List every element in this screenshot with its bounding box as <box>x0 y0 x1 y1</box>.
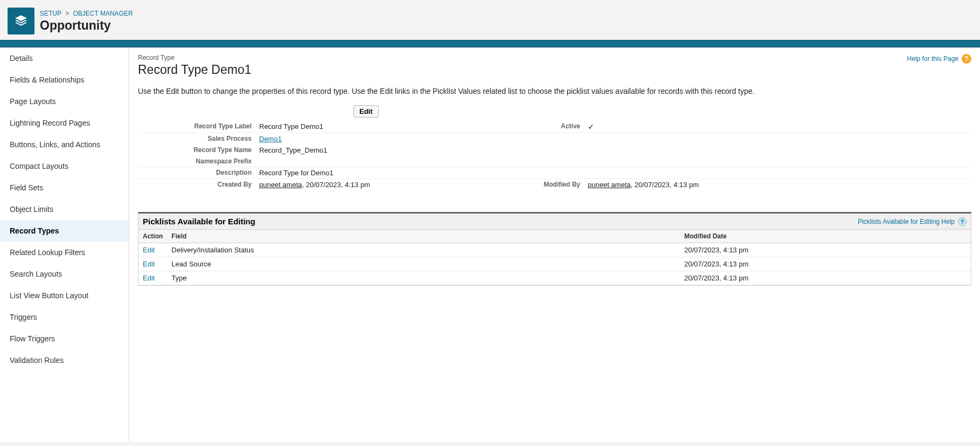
created-by-user-link[interactable]: puneet ameta <box>259 181 302 189</box>
label-active: Active <box>491 121 588 133</box>
created-by-date: , 20/07/2023, 4:13 pm <box>302 181 370 189</box>
value-record-type-label: Record Type Demo1 <box>259 121 491 133</box>
label-namespace-prefix: Namespace Prefix <box>138 156 259 167</box>
breadcrumb-object-manager[interactable]: OBJECT MANAGER <box>73 10 133 17</box>
value-active: ✓ <box>588 121 971 133</box>
value-record-type-name: Record_Type_Demo1 <box>259 145 491 156</box>
field-cell: Delivery/Installation Status <box>167 243 680 257</box>
value-created-by: puneet ameta, 20/07/2023, 4:13 pm <box>259 179 491 191</box>
sidebar-item-search-layouts[interactable]: Search Layouts <box>0 263 129 285</box>
page-header: SETUP > OBJECT MANAGER Opportunity <box>0 0 980 40</box>
value-sales-process: Demo1 <box>259 133 491 145</box>
help-link-label: Help for this Page <box>907 55 958 63</box>
table-row: EditType20/07/2023, 4:13 pm <box>138 271 971 285</box>
breadcrumb: SETUP > OBJECT MANAGER <box>40 10 133 17</box>
edit-link[interactable]: Edit <box>143 246 155 254</box>
edit-button[interactable]: Edit <box>353 105 379 118</box>
value-description: Record Type for Demo1 <box>259 167 491 179</box>
label-modified-by: Modified By <box>491 179 588 191</box>
sales-process-link[interactable]: Demo1 <box>259 135 282 143</box>
sidebar-item-validation-rules[interactable]: Validation Rules <box>0 349 129 371</box>
sidebar-item-page-layouts[interactable]: Page Layouts <box>0 91 129 112</box>
modified-by-date: , 20/07/2023, 4:13 pm <box>631 181 699 189</box>
col-modified-date: Modified Date <box>680 230 971 243</box>
sidebar-item-field-sets[interactable]: Field Sets <box>0 177 129 198</box>
sidebar-item-flow-triggers[interactable]: Flow Triggers <box>0 328 129 349</box>
modified-by-user-link[interactable]: puneet ameta <box>588 181 631 189</box>
check-icon: ✓ <box>588 122 594 131</box>
picklist-help-label: Picklists Available for Editing Help <box>858 218 955 225</box>
detail-table: Record Type Label Record Type Demo1 Acti… <box>138 121 971 190</box>
modified-date-cell: 20/07/2023, 4:13 pm <box>680 271 971 285</box>
header-text: SETUP > OBJECT MANAGER Opportunity <box>40 10 133 33</box>
value-modified-by: puneet ameta, 20/07/2023, 4:13 pm <box>588 179 971 191</box>
sidebar-item-buttons-links-and-actions[interactable]: Buttons, Links, and Actions <box>0 134 129 155</box>
field-cell: Type <box>167 271 680 285</box>
object-icon <box>8 8 34 35</box>
modified-date-cell: 20/07/2023, 4:13 pm <box>680 257 971 271</box>
sidebar-item-object-limits[interactable]: Object Limits <box>0 198 129 220</box>
picklist-table: Action Field Modified Date EditDelivery/… <box>138 230 971 285</box>
page-title: Record Type Demo1 <box>138 63 907 77</box>
help-for-page-link[interactable]: Help for this Page ? <box>907 54 971 64</box>
edit-link[interactable]: Edit <box>143 274 155 282</box>
label-created-by: Created By <box>138 179 259 191</box>
field-cell: Lead Source <box>167 257 680 271</box>
modified-date-cell: 20/07/2023, 4:13 pm <box>680 243 971 257</box>
label-record-type-name: Record Type Name <box>138 145 259 156</box>
layers-icon <box>14 14 28 28</box>
decorative-band <box>0 40 980 47</box>
sidebar-item-fields-relationships[interactable]: Fields & Relationships <box>0 69 129 91</box>
picklist-help-link[interactable]: Picklists Available for Editing Help ? <box>858 217 967 226</box>
edit-link[interactable]: Edit <box>143 260 155 268</box>
sidebar-item-list-view-button-layout[interactable]: List View Button Layout <box>0 285 129 306</box>
main-content: Record Type Record Type Demo1 Help for t… <box>129 47 980 442</box>
label-sales-process: Sales Process <box>138 133 259 145</box>
sidebar-item-record-types[interactable]: Record Types <box>0 220 129 242</box>
page-subtitle: Record Type <box>138 54 907 61</box>
sidebar-item-triggers[interactable]: Triggers <box>0 306 129 328</box>
col-action: Action <box>138 230 167 243</box>
col-field: Field <box>167 230 680 243</box>
label-description: Description <box>138 167 259 179</box>
table-row: EditDelivery/Installation Status20/07/20… <box>138 243 971 257</box>
breadcrumb-setup[interactable]: SETUP <box>40 10 61 17</box>
help-icon: ? <box>962 54 971 64</box>
sidebar-item-compact-layouts[interactable]: Compact Layouts <box>0 155 129 177</box>
intro-text: Use the Edit button to change the proper… <box>138 87 971 95</box>
object-title: Opportunity <box>40 18 133 33</box>
breadcrumb-separator: > <box>63 10 71 17</box>
picklist-section: Picklists Available for Editing Picklist… <box>138 212 971 286</box>
table-row: EditLead Source20/07/2023, 4:13 pm <box>138 257 971 271</box>
sidebar: DetailsFields & RelationshipsPage Layout… <box>0 47 129 442</box>
value-namespace-prefix <box>259 156 491 167</box>
sidebar-item-related-lookup-filters[interactable]: Related Lookup Filters <box>0 242 129 263</box>
sidebar-item-details[interactable]: Details <box>0 47 129 69</box>
picklist-section-title: Picklists Available for Editing <box>143 217 858 226</box>
sidebar-item-lightning-record-pages[interactable]: Lightning Record Pages <box>0 112 129 134</box>
label-record-type-label: Record Type Label <box>138 121 259 133</box>
help-icon: ? <box>958 217 967 226</box>
